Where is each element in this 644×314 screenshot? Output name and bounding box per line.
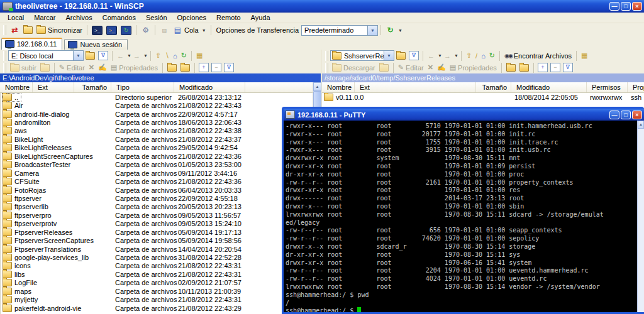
menu-item-marcar[interactable]: Marcar — [29, 13, 60, 22]
refresh-session-button[interactable]: ↻ — [119, 25, 133, 36]
right-directory-combo[interactable]: SshserverRelea: ▼ — [330, 50, 394, 61]
close-button[interactable]: × — [632, 2, 642, 11]
file-row[interactable]: BroadcasterTesterCarpeta de archivos01/0… — [1, 161, 313, 169]
file-row[interactable]: ftpserverlibCarpeta de archivos20/05/201… — [1, 203, 313, 211]
synchronize-browsing-button[interactable] — [21, 26, 35, 35]
right-path-bar[interactable]: /storage/sdcard0/temp/SshserverReleases — [322, 73, 644, 82]
column-header-ext[interactable]: Ext — [33, 82, 74, 92]
right-new-folder-button[interactable] — [504, 63, 518, 72]
restore-button[interactable]: □ — [621, 2, 631, 11]
right-root-directory-icon[interactable]: / — [474, 52, 479, 60]
file-row[interactable]: mapsCarpeta de archivos10/11/2013 21:00:… — [1, 287, 313, 295]
right-delete-button[interactable]: ✕ — [426, 63, 435, 72]
left-properties-button[interactable]: ▤ Propiedades — [109, 63, 160, 72]
right-forward-icon[interactable]: → — [442, 52, 453, 60]
left-root-directory-icon[interactable]: ∖ — [163, 51, 171, 60]
file-row[interactable]: myijettyCarpeta de archivos21/08/2012 22… — [1, 296, 313, 304]
putty-maximize-button[interactable]: □ — [621, 111, 631, 119]
file-row[interactable]: CFSuiteCarpeta de archivos21/08/2012 22:… — [1, 177, 313, 185]
right-rename-button[interactable]: ✍ — [435, 63, 448, 72]
transfer-preset-combo[interactable]: Predeterminado ▼ — [301, 25, 378, 36]
column-header-nombre[interactable]: Nombre▲ — [0, 82, 33, 92]
menu-item-sesión[interactable]: Sesión — [141, 13, 172, 22]
file-row[interactable]: pakerfeldt-android-vieCarpeta de archivo… — [1, 304, 313, 312]
left-home-icon[interactable]: ⌂ — [171, 52, 179, 60]
queue-button[interactable]: ▤ Cola ▼ — [171, 26, 208, 35]
right-filter-button[interactable]: ∇ — [409, 51, 419, 60]
left-delete-button[interactable]: ✕ — [87, 63, 96, 72]
file-row[interactable]: FtpserverReleasesCarpeta de archivos05/0… — [1, 228, 313, 236]
terminal-scrollbar[interactable]: ▲ — [637, 121, 644, 312]
file-row[interactable]: AirCarpeta de archivos21/08/2012 22:43:4… — [1, 101, 313, 109]
file-row[interactable]: FtpserverTranslationsCarpeta de archivos… — [1, 245, 313, 253]
file-row[interactable]: v0.11.0.018/08/2014 22:05:05rwxrwxrwxssh — [322, 93, 644, 101]
minimize-button[interactable]: — — [609, 2, 619, 11]
left-new-folder-button[interactable] — [165, 63, 179, 72]
transfer-list-button[interactable]: ▤ — [158, 26, 171, 35]
find-files-button[interactable]: ◉◉ Encontrar Archivos — [502, 51, 574, 60]
upload-button[interactable]: subir — [8, 63, 38, 72]
column-header-tamano[interactable]: Tamaño — [74, 82, 111, 92]
right-filter2-button[interactable]: ∇ — [563, 63, 573, 72]
scroll-up-icon[interactable]: ▲ — [313, 82, 321, 91]
column-header-ext[interactable]: Ext — [355, 82, 476, 92]
tab-session-active[interactable]: 192.168.0.11 — [1, 38, 62, 50]
menu-item-remoto[interactable]: Remoto — [211, 13, 246, 22]
column-header-modificado[interactable]: Modificado — [174, 82, 245, 92]
menu-item-opciones[interactable]: Opciones — [172, 13, 211, 22]
download-alt-button[interactable] — [377, 63, 391, 72]
file-row[interactable]: FotoRojasCarpeta de archivos06/04/2013 2… — [1, 186, 313, 194]
tab-new-session[interactable]: Nueva sesión — [64, 39, 128, 50]
column-header-modificado[interactable]: Modificado — [511, 82, 587, 92]
console-commands-button[interactable]: >_ — [104, 25, 119, 36]
file-row[interactable]: andromiltonCarpeta de archivos18/06/2013… — [1, 118, 313, 126]
right-select-button[interactable] — [518, 63, 531, 72]
left-unselect-button[interactable]: − — [211, 63, 221, 72]
left-filter2-button[interactable]: ∇ — [224, 63, 234, 72]
file-row[interactable]: ftpserverCarpeta de archivos22/09/2012 4… — [1, 194, 313, 202]
putty-close-button[interactable]: × — [632, 111, 642, 119]
left-forward-icon[interactable]: → — [131, 52, 142, 60]
file-row[interactable]: ftpserverproCarpeta de archivos09/05/201… — [1, 211, 313, 219]
putty-titlebar[interactable]: 192.168.0.11 - PuTTY — □ × — [284, 109, 644, 121]
menu-item-ayuda[interactable]: Ayuda — [246, 13, 275, 22]
left-drive-combo[interactable]: E: Disco local ▼ — [8, 50, 84, 61]
left-edit-button[interactable]: ✎ Editar — [57, 63, 87, 72]
left-rename-button[interactable]: ✍ — [96, 63, 109, 72]
compare-directories-button[interactable]: ⇄ — [8, 26, 21, 35]
file-row[interactable]: google-play-services_libCarpeta de archi… — [1, 253, 313, 261]
synchronize-button[interactable]: Sincronizar — [35, 26, 84, 35]
file-row[interactable]: ..Directorio superior26/08/2014 23:13:12 — [1, 93, 313, 101]
column-header-permisos[interactable]: Permisos — [587, 82, 628, 92]
left-back-icon[interactable]: ← — [115, 52, 126, 60]
right-tree-icon[interactable]: ▦ — [579, 51, 589, 60]
right-properties-button[interactable]: ▤ Propiedades — [448, 63, 499, 72]
putty-minimize-button[interactable]: — — [609, 111, 619, 119]
putty-window[interactable]: 192.168.0.11 - PuTTY — □ × -rwxr-x--- ro… — [282, 107, 644, 314]
menu-item-archivos[interactable]: Archivos — [61, 13, 97, 22]
right-refresh-icon[interactable]: ↻ — [487, 51, 497, 60]
menu-item-comandos[interactable]: Comandos — [97, 13, 141, 22]
left-select-button[interactable] — [179, 63, 192, 72]
right-select-all-button[interactable]: + — [538, 63, 548, 72]
file-row[interactable]: android-file-dialogCarpeta de archivos22… — [1, 110, 313, 118]
right-open-directory-button[interactable] — [394, 51, 408, 60]
file-row[interactable]: libsCarpeta de archivos21/08/2012 22:43:… — [1, 270, 313, 278]
left-refresh-icon[interactable]: ↻ — [179, 51, 189, 60]
file-row[interactable]: BikeLightCarpeta de archivos21/08/2012 2… — [1, 135, 313, 143]
right-back-icon[interactable]: ← — [426, 52, 436, 60]
file-row[interactable]: CameraCarpeta de archivos09/11/2012 3:44… — [1, 169, 313, 177]
terminal-output[interactable]: -rwxr-x--- root root 5710 1970-01-01 01:… — [286, 122, 636, 312]
winscp-titlebar[interactable]: theolivetree - 192.168.0.11 - WinSCP — □… — [0, 0, 644, 13]
file-row[interactable]: ftpserverprotvCarpeta de archivos09/05/2… — [1, 220, 313, 228]
menu-item-local[interactable]: Local — [3, 13, 29, 22]
left-parent-directory-icon[interactable]: ⇧ — [153, 51, 163, 60]
left-filter-button[interactable]: ∇ — [98, 51, 108, 60]
left-select-all-button[interactable]: + — [199, 63, 209, 72]
right-home-icon[interactable]: ⌂ — [479, 52, 487, 60]
preferences-button[interactable]: ⚙ — [139, 26, 152, 35]
right-parent-directory-icon[interactable]: ⇧ — [464, 51, 474, 60]
right-unselect-button[interactable]: − — [550, 63, 560, 72]
file-row[interactable]: BikeLightScreenCapturesCarpeta de archiv… — [1, 152, 313, 160]
column-header-tipo[interactable]: Tipo — [111, 82, 174, 92]
